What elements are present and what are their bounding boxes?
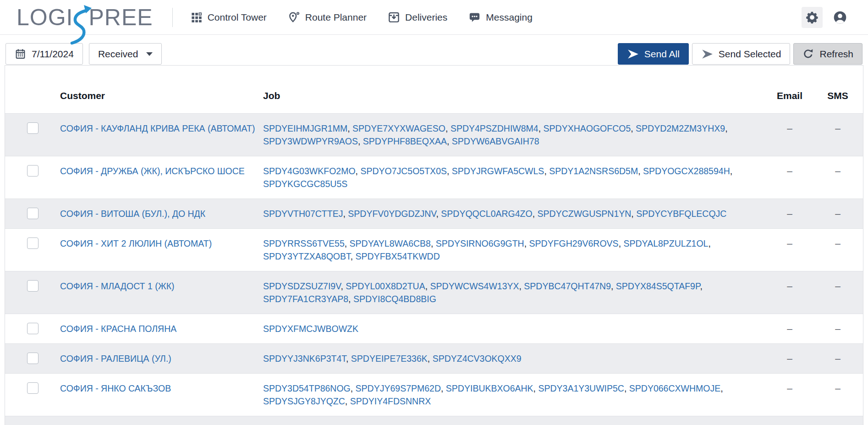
job-link[interactable]: SPDYCYBFQLECQJC — [636, 209, 726, 219]
job-link[interactable]: SPDYAL8PZULZ1OL — [623, 238, 708, 248]
table-row: СОФИЯ - КАУФЛАНД КРИВА РЕКА (АВТОМАТ) SP… — [5, 114, 863, 156]
refresh-button[interactable]: Refresh — [793, 43, 863, 65]
job-link[interactable]: SPDY3YTZXA8QOBT — [263, 251, 351, 261]
table-row: СОФИЯ - ХАДЖИ ДИМИТЪР (ЖК) SPDY92VZN0PXA… — [5, 416, 863, 425]
job-link[interactable]: SPDYEIHMJGR1MM — [263, 123, 347, 133]
nav-item-messaging[interactable]: Messaging — [468, 11, 533, 23]
job-link[interactable]: SPDYIBUKBXO6AHK — [446, 383, 533, 393]
job-link[interactable]: SPDYSIRNO6G9GTH — [436, 238, 524, 248]
nav-item-route-planner[interactable]: Route Planner — [288, 11, 367, 23]
job-link[interactable]: SPDY3D54TP86NOG — [263, 383, 351, 393]
job-link[interactable]: SPDYL00X8D2TUA — [346, 281, 425, 291]
navbar-actions — [802, 7, 851, 28]
job-link[interactable]: SPDYQQCL0ARG4ZO — [441, 209, 532, 219]
job-link[interactable]: SPDYCZWGUSPN1YN — [538, 209, 632, 219]
nav-item-control-tower[interactable]: Control Tower — [190, 11, 267, 23]
job-link[interactable]: SPDY1A2NSRS6D5M — [549, 166, 638, 176]
job-link[interactable]: SPDYFV0YDGDZJNV — [348, 209, 436, 219]
job-cell: SPDY3D54TP86NOG, SPDYJY69S7PM62D, SPDYIB… — [263, 374, 767, 416]
sms-status: – — [835, 383, 841, 393]
customer-cell: СОФИЯ - ЯНКО САКЪЗОВ — [60, 374, 263, 416]
row-checkbox[interactable] — [27, 165, 38, 177]
job-link[interactable]: SPDY4PSZDHIW8M4 — [450, 123, 538, 133]
customer-link[interactable]: СОФИЯ - ДРУЖБА (ЖК), ИСКЪРСКО ШОСЕ — [60, 166, 245, 176]
customer-link[interactable]: СОФИЯ - МЛАДОСТ 1 (ЖК) — [60, 281, 175, 291]
job-link[interactable]: SPDYKGCGC85U5S — [263, 179, 347, 189]
send-all-button[interactable]: Send All — [618, 43, 689, 65]
job-link[interactable]: SPDYD2M2ZM3YHX9 — [636, 123, 725, 133]
settings-button[interactable] — [802, 7, 823, 28]
send-all-label: Send All — [644, 49, 680, 60]
job-link[interactable]: SPDY3A1Y3UWIP5C — [538, 383, 624, 393]
customer-cell: СОФИЯ - РАЛЕВИЦА (УЛ.) — [60, 344, 263, 374]
customer-link[interactable]: СОФИЯ - ВИТОША (БУЛ.), ДО НДК — [60, 209, 205, 219]
customer-cell: СОФИЯ - ДРУЖБА (ЖК), ИСКЪРСКО ШОСЕ — [60, 156, 263, 199]
nav-item-label: Control Tower — [208, 12, 267, 23]
date-value: 7/11/2024 — [32, 49, 74, 60]
job-link[interactable]: SPDYO7JC5O5TX0S — [360, 166, 447, 176]
email-cell: – — [767, 114, 813, 156]
nav-item-label: Deliveries — [405, 12, 447, 23]
job-link[interactable]: SPDYXFMCJWBOWZK — [263, 324, 358, 334]
messages-panel: Customer Job Email SMS СОФИЯ - КАУФЛАНД … — [5, 65, 863, 425]
row-checkbox[interactable] — [27, 122, 38, 134]
job-link[interactable]: SPDYE7XYXWAGESO — [352, 123, 445, 133]
job-link[interactable]: SPDYX84S5QTAF9P — [616, 281, 700, 291]
sms-status: – — [835, 238, 841, 248]
table-row: СОФИЯ - РАЛЕВИЦА (УЛ.) SPDYYJ3NK6P3T4T, … — [5, 344, 863, 374]
job-link[interactable]: SPDYI8CQ4BD8BIG — [353, 294, 436, 304]
job-link[interactable]: SPDYYJ3NK6P3T4T — [263, 353, 346, 364]
customer-link[interactable]: СОФИЯ - ЯНКО САКЪЗОВ — [60, 383, 171, 393]
row-checkbox[interactable] — [27, 353, 38, 364]
grid-icon — [190, 11, 203, 23]
job-link[interactable]: SPDYBC47QHT47N9 — [524, 281, 611, 291]
job-link[interactable]: SPDYVTH07CTTEJ — [263, 209, 343, 219]
email-cell: – — [767, 271, 813, 314]
customer-link[interactable]: СОФИЯ - ХИТ 2 ЛЮЛИН (АВТОМАТ) — [60, 238, 212, 248]
job-link[interactable]: SPDYSJGY8JYQZC — [263, 396, 345, 406]
nav-item-label: Messaging — [486, 12, 533, 23]
job-link[interactable]: SPDYPHF8BEQXAA — [363, 136, 447, 146]
job-link[interactable]: SPDY066CXWHMOJE — [629, 383, 720, 393]
row-checkbox[interactable] — [27, 323, 38, 334]
job-link[interactable]: SPDYJRGWFA5CWLS — [452, 166, 544, 176]
row-checkbox[interactable] — [27, 237, 38, 249]
job-link[interactable]: SPDYOGCX288594H — [643, 166, 730, 176]
customer-cell: СОФИЯ - ХИТ 2 ЛЮЛИН (АВТОМАТ) — [60, 229, 263, 271]
send-selected-button[interactable]: Send Selected — [692, 43, 791, 65]
calendar-icon — [15, 48, 26, 60]
job-link[interactable]: SPDYIY4FDSNNRX — [350, 396, 431, 406]
job-link[interactable]: SPDY3WDWPYR9AOS — [263, 136, 358, 146]
row-checkbox[interactable] — [27, 208, 38, 219]
job-link[interactable]: SPDYFGH29V6ROVS — [529, 238, 619, 248]
job-link[interactable]: SPDYFBX54TKWDD — [356, 251, 440, 261]
job-link[interactable]: SPDY4G03WKFO2MO — [263, 166, 356, 176]
customer-link[interactable]: СОФИЯ - РАЛЕВИЦА (УЛ.) — [60, 353, 171, 364]
job-link[interactable]: SPDYRRSS6TVE55 — [263, 238, 345, 248]
nav-item-deliveries[interactable]: Deliveries — [388, 11, 447, 23]
job-link[interactable]: SPDY7FA1CR3YAP8 — [263, 294, 348, 304]
row-checkbox[interactable] — [27, 382, 38, 394]
job-link[interactable]: SPDYAYL8WA6CB8 — [350, 238, 431, 248]
row-checkbox[interactable] — [27, 280, 38, 292]
job-link[interactable]: SPDYWCWS4W13YX — [430, 281, 519, 291]
email-cell: – — [767, 344, 813, 374]
job-link[interactable]: SPDYW6ABVGAIH78 — [452, 136, 539, 146]
date-picker-button[interactable]: 7/11/2024 — [5, 43, 83, 65]
job-link[interactable]: SPDYJY69S7PM62D — [356, 383, 441, 393]
job-links: SPDY3D54TP86NOG, SPDYJY69S7PM62D, SPDYIB… — [263, 383, 723, 406]
email-cell: – — [767, 416, 813, 425]
customer-cell: СОФИЯ - МЛАДОСТ 1 (ЖК) — [60, 271, 263, 314]
table-row: СОФИЯ - КРАСНА ПОЛЯНА SPDYXFMCJWBOWZK – … — [5, 314, 863, 344]
email-status: – — [787, 123, 792, 133]
email-cell: – — [767, 199, 813, 229]
customer-link[interactable]: СОФИЯ - КРАСНА ПОЛЯНА — [60, 324, 176, 334]
account-button[interactable] — [830, 7, 851, 28]
job-link[interactable]: SPDYSDZSUZ7I9V — [263, 281, 341, 291]
job-link[interactable]: SPDYZ4CV3OKQXX9 — [433, 353, 522, 364]
status-filter-dropdown[interactable]: Received — [89, 43, 162, 65]
job-link[interactable]: SPDYEIPE7E336K — [351, 353, 428, 364]
job-link[interactable]: SPDYXHAOGOFCO5 — [544, 123, 631, 133]
job-cell: SPDYRRSS6TVE55, SPDYAYL8WA6CB8, SPDYSIRN… — [263, 229, 767, 271]
customer-link[interactable]: СОФИЯ - КАУФЛАНД КРИВА РЕКА (АВТОМАТ) — [60, 123, 255, 133]
